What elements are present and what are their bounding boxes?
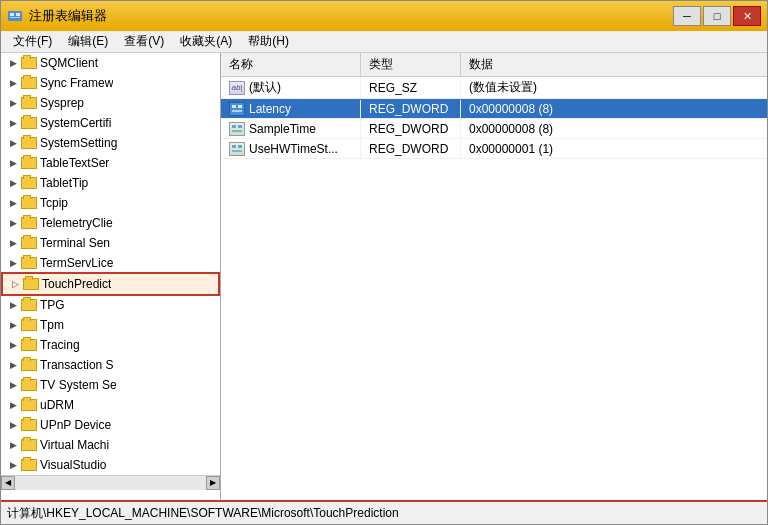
h-scroll-track[interactable] — [15, 476, 206, 490]
tree-label-terminalsen: Terminal Sen — [40, 236, 110, 250]
window-title: 注册表编辑器 — [29, 7, 107, 25]
svg-rect-1 — [10, 13, 14, 16]
td-name-sampletime: SampleTime — [221, 120, 361, 138]
svg-rect-12 — [232, 150, 242, 152]
menu-file[interactable]: 文件(F) — [5, 31, 60, 52]
title-bar-left: 注册表编辑器 — [7, 7, 107, 25]
registry-editor-window: 注册表编辑器 ─ □ ✕ 文件(F) 编辑(E) 查看(V) 收藏夹(A) 帮助… — [0, 0, 768, 525]
reg-icon-dword-latency — [229, 102, 245, 116]
menu-favorites[interactable]: 收藏夹(A) — [172, 31, 240, 52]
expander-tracing: ▶ — [5, 337, 21, 353]
svg-rect-3 — [10, 17, 20, 18]
tree-item-telemetryclie[interactable]: ▶ TelemetryClie — [1, 213, 220, 233]
folder-icon-udrm — [21, 399, 37, 411]
reg-icon-ab-default: ab| — [229, 81, 245, 95]
close-button[interactable]: ✕ — [733, 6, 761, 26]
tree-label-tpm: Tpm — [40, 318, 64, 332]
tree-item-visualstudio[interactable]: ▶ VisualStudio — [1, 455, 220, 475]
expander-terminalsen: ▶ — [5, 235, 21, 251]
restore-button[interactable]: □ — [703, 6, 731, 26]
tree-label-visualstudio: VisualStudio — [40, 458, 107, 472]
expander-transactions: ▶ — [5, 357, 21, 373]
menu-edit[interactable]: 编辑(E) — [60, 31, 116, 52]
table-row-usehwtimest[interactable]: UseHWTimeSt... REG_DWORD 0x00000001 (1) — [221, 139, 767, 159]
folder-icon-sysprep — [21, 97, 37, 109]
tree-label-tablettip: TabletTip — [40, 176, 88, 190]
tree-label-sysprep: Sysprep — [40, 96, 84, 110]
tree-item-systemcertifi[interactable]: ▶ SystemCertifi — [1, 113, 220, 133]
folder-icon-tpg — [21, 299, 37, 311]
main-content: ▶ SQMClient ▶ Sync Framew ▶ Sysprep ▶ Sy… — [1, 53, 767, 500]
tree-item-syncframew[interactable]: ▶ Sync Framew — [1, 73, 220, 93]
tree-item-sqmclient[interactable]: ▶ SQMClient — [1, 53, 220, 73]
td-data-sampletime: 0x00000008 (8) — [461, 120, 767, 138]
tree-item-sysprep[interactable]: ▶ Sysprep — [1, 93, 220, 113]
folder-icon-systemsetting — [21, 137, 37, 149]
tree-label-tabletextser: TableTextSer — [40, 156, 109, 170]
tree-item-touchpredict[interactable]: ▷ TouchPredict — [3, 274, 218, 294]
tree-label-sqmclient: SQMClient — [40, 56, 98, 70]
folder-icon-virtualmachi — [21, 439, 37, 451]
td-type-latency: REG_DWORD — [361, 100, 461, 118]
col-header-name: 名称 — [221, 53, 361, 76]
expander-touchpredict: ▷ — [7, 276, 23, 292]
expander-virtualmachi: ▶ — [5, 437, 21, 453]
title-bar: 注册表编辑器 ─ □ ✕ — [1, 1, 767, 31]
menu-view[interactable]: 查看(V) — [116, 31, 172, 52]
title-bar-controls: ─ □ ✕ — [673, 6, 761, 26]
expander-tcpip: ▶ — [5, 195, 21, 211]
tree-panel[interactable]: ▶ SQMClient ▶ Sync Framew ▶ Sysprep ▶ Sy… — [1, 53, 221, 500]
expander-systemsetting: ▶ — [5, 135, 21, 151]
registry-icon — [7, 8, 23, 24]
tree-item-tpg[interactable]: ▶ TPG — [1, 295, 220, 315]
status-bar: 计算机\HKEY_LOCAL_MACHINE\SOFTWARE\Microsof… — [1, 500, 767, 524]
tree-item-termservlice[interactable]: ▶ TermServLice — [1, 253, 220, 273]
svg-rect-7 — [232, 125, 236, 128]
tree-label-termservlice: TermServLice — [40, 256, 113, 270]
folder-icon-terminalsen — [21, 237, 37, 249]
tree-label-syncframew: Sync Framew — [40, 76, 113, 90]
col-header-data: 数据 — [461, 53, 767, 76]
name-label-sampletime: SampleTime — [249, 122, 316, 136]
tree-label-telemetryclie: TelemetryClie — [40, 216, 113, 230]
tree-item-udrm[interactable]: ▶ uDRM — [1, 395, 220, 415]
status-text: 计算机\HKEY_LOCAL_MACHINE\SOFTWARE\Microsof… — [7, 505, 399, 522]
table-row-latency[interactable]: Latency REG_DWORD 0x00000008 (8) — [221, 99, 767, 119]
tree-item-systemsetting[interactable]: ▶ SystemSetting — [1, 133, 220, 153]
expander-upnpdevice: ▶ — [5, 417, 21, 433]
expander-tablettip: ▶ — [5, 175, 21, 191]
folder-icon-syncframew — [21, 77, 37, 89]
name-label-latency: Latency — [249, 102, 291, 116]
expander-termservlice: ▶ — [5, 255, 21, 271]
td-name-default: ab| (默认) — [221, 77, 361, 98]
tree-item-transactions[interactable]: ▶ Transaction S — [1, 355, 220, 375]
svg-rect-10 — [232, 145, 236, 148]
folder-icon-tabletextser — [21, 157, 37, 169]
expander-tpm: ▶ — [5, 317, 21, 333]
tree-item-tvsystemse[interactable]: ▶ TV System Se — [1, 375, 220, 395]
folder-icon-tvsystemse — [21, 379, 37, 391]
expander-tvsystemse: ▶ — [5, 377, 21, 393]
tree-item-tracing[interactable]: ▶ Tracing — [1, 335, 220, 355]
tree-item-terminalsen[interactable]: ▶ Terminal Sen — [1, 233, 220, 253]
h-scroll-left[interactable]: ◀ — [1, 476, 15, 490]
tree-item-tabletextser[interactable]: ▶ TableTextSer — [1, 153, 220, 173]
name-label-default: (默认) — [249, 79, 281, 96]
table-row-default[interactable]: ab| (默认) REG_SZ (数值未设置) — [221, 77, 767, 99]
tree-item-tpm[interactable]: ▶ Tpm — [1, 315, 220, 335]
folder-icon-transactions — [21, 359, 37, 371]
tree-item-tcpip[interactable]: ▶ Tcpip — [1, 193, 220, 213]
folder-icon-visualstudio — [21, 459, 37, 471]
reg-icon-dword-sampletime — [229, 122, 245, 136]
tree-item-tablettip[interactable]: ▶ TabletTip — [1, 173, 220, 193]
tree-item-virtualmachi[interactable]: ▶ Virtual Machi — [1, 435, 220, 455]
tree-item-upnpdevice[interactable]: ▶ UPnP Device — [1, 415, 220, 435]
name-label-usehwtimest: UseHWTimeSt... — [249, 142, 338, 156]
expander-sqmclient: ▶ — [5, 55, 21, 71]
table-row-sampletime[interactable]: SampleTime REG_DWORD 0x00000008 (8) — [221, 119, 767, 139]
minimize-button[interactable]: ─ — [673, 6, 701, 26]
expander-systemcertifi: ▶ — [5, 115, 21, 131]
h-scroll-right[interactable]: ▶ — [206, 476, 220, 490]
horizontal-scrollbar[interactable]: ◀ ▶ — [1, 475, 220, 489]
menu-help[interactable]: 帮助(H) — [240, 31, 297, 52]
